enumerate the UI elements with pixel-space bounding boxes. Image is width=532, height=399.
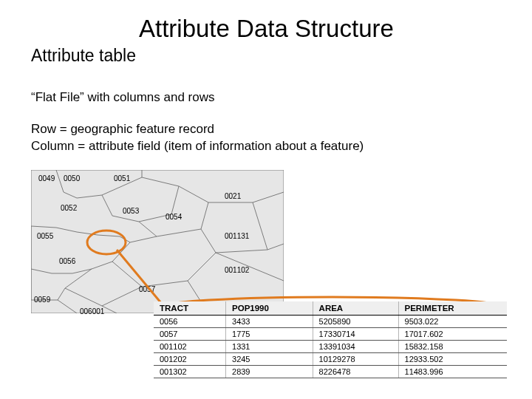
table-cell: 15832.158: [398, 340, 507, 352]
table-row: 0056343352058909503.022: [154, 315, 507, 327]
page-title: Attribute Data Structure: [31, 15, 502, 43]
table-row: 00110213311339103415832.158: [154, 340, 507, 352]
table-cell: 001202: [154, 352, 226, 365]
col-header-pop1990: POP1990: [226, 301, 313, 316]
map-tract-label: 001131: [225, 232, 249, 240]
table-header-row: TRACT POP1990 AREA PERIMETER: [154, 301, 507, 316]
table-cell: 17330714: [313, 327, 398, 340]
table-row: 00120232451012927812933.502: [154, 352, 507, 365]
map-tract-label: 0053: [123, 207, 139, 215]
map-tract-label: 0056: [59, 257, 75, 265]
table-cell: 11483.996: [398, 365, 507, 378]
map-tract-label: 0050: [64, 174, 80, 183]
column-definition: Column = attribute field (item of inform…: [31, 138, 502, 155]
figure-area: 0049005000510021005200530054005500113100…: [31, 170, 489, 369]
table-cell: 001302: [154, 365, 226, 378]
flat-file-description: “Flat File” with columns and rows: [31, 89, 502, 106]
table-cell: 001102: [154, 340, 226, 352]
table-row: 0013022839822647811483.996: [154, 365, 507, 378]
col-header-area: AREA: [313, 301, 398, 316]
map-tract-label: 0049: [38, 174, 55, 183]
map-tract-label: 0055: [37, 232, 53, 240]
table-cell: 3433: [226, 315, 313, 327]
table-cell: 2839: [226, 365, 313, 378]
table-cell: 17017.602: [398, 327, 507, 340]
table-cell: 1331: [226, 340, 313, 352]
table-cell: 13391034: [313, 340, 398, 352]
map-tract-label: 0021: [225, 192, 241, 200]
table-cell: 5205890: [313, 315, 398, 327]
table-row: 005717751733071417017.602: [154, 327, 507, 340]
page-subtitle: Attribute table: [31, 46, 502, 66]
map-tract-label: 0052: [61, 204, 77, 212]
map-tract-label: 0051: [114, 174, 130, 183]
map-tract-label: 006001: [80, 307, 104, 316]
col-header-tract: TRACT: [154, 301, 226, 316]
table-cell: 8226478: [313, 365, 398, 378]
slide: Attribute Data Structure Attribute table…: [0, 0, 532, 399]
tract-map: 0049005000510021005200530054005500113100…: [31, 170, 284, 313]
attribute-table: TRACT POP1990 AREA PERIMETER 00563433520…: [154, 301, 507, 378]
map-tract-label: 001102: [225, 266, 249, 274]
table-cell: 1775: [226, 327, 313, 340]
table-cell: 3245: [226, 352, 313, 365]
table-cell: 0056: [154, 315, 226, 327]
table-cell: 0057: [154, 327, 226, 340]
tract-map-svg: [31, 170, 284, 313]
table-cell: 10129278: [313, 352, 398, 365]
map-tract-label: 0054: [166, 213, 182, 221]
table-cell: 9503.022: [398, 315, 507, 327]
table-cell: 12933.502: [398, 352, 507, 365]
col-header-perimeter: PERIMETER: [398, 301, 507, 316]
map-tract-label: 0057: [139, 285, 155, 293]
map-tract-label: 0059: [34, 296, 50, 304]
row-definition: Row = geographic feature record: [31, 121, 502, 138]
